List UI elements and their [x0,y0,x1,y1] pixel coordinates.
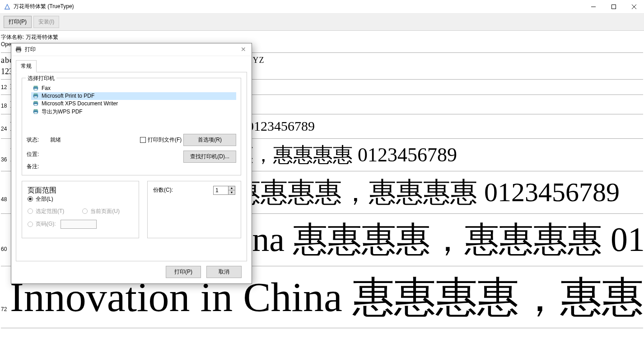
printer-icon [15,46,22,53]
location-label: 位置: [27,151,48,158]
printer-item[interactable]: 导出为WPS PDF [31,108,236,116]
svg-rect-1 [611,5,616,9]
svg-rect-16 [33,109,37,111]
tab-general[interactable]: 常规 [16,60,37,72]
page-range-group: 页面范围 全部(L) 选定范围(T) 当前页面(U) 页码(G): [22,181,139,238]
spinner-down[interactable]: ▼ [229,190,235,194]
print-dialog: 打印 ✕ 常规 选择打印机 FaxMicrosoft Print to PDFM… [11,43,252,284]
print-to-file-label: 打印到文件(F) [148,136,182,144]
select-printer-legend: 选择打印机 [26,75,56,82]
font-name-line: 字体名称: 万花哥特体繁 [1,33,643,41]
print-button[interactable]: 打印(P) [4,16,32,28]
svg-rect-12 [34,96,37,98]
preferences-button[interactable]: 首选项(R) [183,134,236,146]
svg-rect-4 [16,47,21,48]
printer-status-grid: 状态: 就绪 打印到文件(F) 首选项(R) 位置: 查找打印机(D)... 备… [27,134,236,170]
svg-rect-7 [33,86,37,87]
dialog-title: 打印 [25,46,36,53]
copies-input[interactable] [214,187,228,194]
window-controls [583,0,644,14]
svg-rect-15 [34,104,37,106]
radio-current-page: 当前页面(U) [82,208,120,215]
svg-rect-10 [33,94,37,95]
printer-item[interactable]: Microsoft XPS Document Writer [31,100,236,108]
find-printer-button[interactable]: 查找打印机(D)... [183,151,236,163]
tab-bar: 常规 [11,56,252,72]
radio-selection: 选定范围(T) [28,208,64,215]
dialog-print-button[interactable]: 打印(P) [166,266,201,278]
dialog-titlebar: 打印 ✕ [11,43,252,56]
dialog-footer: 打印(P) 取消 [11,266,252,283]
remark-label: 备注: [27,163,48,170]
status-value: 就绪 [50,136,138,144]
dialog-cancel-button[interactable]: 取消 [206,266,242,278]
page-range-row: 页面范围 全部(L) 选定范围(T) 当前页面(U) 页码(G): 份数(C):… [22,181,241,238]
minimize-button[interactable] [583,0,603,14]
dialog-close-button[interactable]: ✕ [239,45,248,54]
pages-input [61,220,97,229]
install-button[interactable]: 安装(I) [33,16,59,28]
select-printer-group: 选择打印机 FaxMicrosoft Print to PDFMicrosoft… [22,78,241,175]
page-range-legend: 页面范围 [28,186,56,194]
printer-item[interactable]: Microsoft Print to PDF [31,92,236,100]
maximize-button[interactable] [603,0,624,14]
svg-rect-13 [33,101,37,103]
svg-rect-18 [34,112,37,114]
close-button[interactable] [624,0,644,14]
tab-panel: 选择打印机 FaxMicrosoft Print to PDFMicrosoft… [16,72,247,261]
printer-icon [32,93,39,99]
main-toolbar: 打印(P) 安装(I) [0,14,644,31]
copies-spinner[interactable]: ▲ ▼ [213,186,235,195]
status-label: 状态: [27,136,48,144]
printer-icon [32,85,39,92]
spinner-up[interactable]: ▲ [229,186,235,190]
radio-all[interactable]: 全部(L) [28,195,133,203]
printer-list[interactable]: FaxMicrosoft Print to PDFMicrosoft XPS D… [31,85,236,116]
svg-rect-9 [34,89,37,90]
app-icon [4,3,11,10]
print-to-file-checkbox[interactable]: 打印到文件(F) [140,136,182,144]
copies-label: 份数(C): [153,186,173,194]
printer-icon [32,100,39,107]
copies-group: 份数(C): ▲ ▼ [147,181,241,238]
radio-pages: 页码(G): [28,220,133,229]
printer-item[interactable]: Fax [31,85,236,92]
svg-rect-6 [17,50,20,52]
window-title: 万花哥特体繁 (TrueType) [14,3,74,10]
window-titlebar: 万花哥特体繁 (TrueType) [0,0,644,14]
printer-icon [32,109,39,115]
